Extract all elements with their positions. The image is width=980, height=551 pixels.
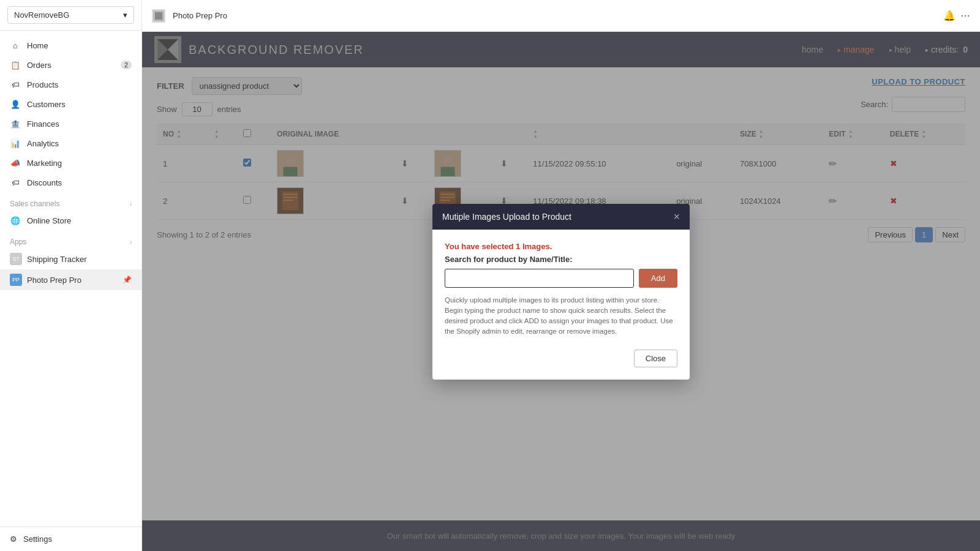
app-title: Photo Prep Pro	[173, 11, 227, 20]
chevron-right-icon: ›	[130, 201, 132, 208]
modal-add-button[interactable]: Add	[639, 269, 677, 288]
sidebar-item-label: Products	[27, 80, 58, 89]
sidebar-item-customers[interactable]: 👤 Customers	[0, 94, 141, 114]
svg-rect-2	[155, 12, 162, 20]
modal-search-row: Add	[445, 269, 677, 288]
store-name: NovRemoveBG	[14, 10, 69, 20]
sidebar-item-label: Home	[27, 41, 48, 50]
modal-body: You have selected 1 Images. Search for p…	[432, 230, 690, 380]
sidebar-item-finances[interactable]: 🏦 Finances	[0, 114, 141, 133]
app-logo-icon	[152, 9, 165, 23]
sidebar-item-photo-prep-pro[interactable]: PP Photo Prep Pro 📌	[0, 269, 141, 290]
sidebar-item-analytics[interactable]: 📊 Analytics	[0, 133, 141, 153]
settings-icon: ⚙	[10, 534, 17, 544]
modal-close-button[interactable]: Close	[634, 350, 677, 367]
settings-label: Settings	[23, 534, 52, 544]
store-icon: 🌐	[10, 215, 21, 226]
sidebar-item-orders[interactable]: 📋 Orders 2	[0, 55, 141, 75]
modal-product-search-input[interactable]	[445, 269, 634, 288]
app-top-bar: Photo Prep Pro 🔔 ⋯	[142, 0, 980, 32]
sidebar-nav: ⌂ Home 📋 Orders 2 🏷 Products 👤 Customers…	[0, 31, 141, 527]
sidebar-item-settings[interactable]: ⚙ Settings	[10, 534, 132, 544]
modal-search-label: Search for product by Name/Title:	[445, 255, 677, 264]
apps-section[interactable]: Apps ›	[0, 230, 141, 249]
sidebar: NovRemoveBG ▾ ⌂ Home 📋 Orders 2 🏷 Produc…	[0, 0, 142, 551]
home-icon: ⌂	[10, 40, 21, 51]
sidebar-item-label: Online Store	[27, 216, 71, 225]
sidebar-item-label: Customers	[27, 100, 66, 109]
sidebar-item-online-store[interactable]: 🌐 Online Store	[0, 211, 141, 230]
sales-channels-section[interactable]: Sales channels ›	[0, 192, 141, 211]
more-options-icon[interactable]: ⋯	[960, 10, 970, 21]
discounts-icon: 🏷	[10, 177, 21, 188]
sidebar-footer: ⚙ Settings	[0, 527, 141, 551]
modal-footer: Close	[445, 347, 677, 367]
chevron-right-icon: ›	[130, 239, 132, 246]
store-dropdown[interactable]: NovRemoveBG ▾	[7, 6, 134, 24]
section-label: Sales channels	[10, 200, 59, 208]
orders-icon: 📋	[10, 59, 21, 70]
customers-icon: 👤	[10, 99, 21, 110]
sidebar-item-label: Marketing	[27, 159, 62, 168]
sidebar-item-label: Shipping Tracker	[27, 255, 87, 264]
analytics-icon: 📊	[10, 138, 21, 149]
main-area: Photo Prep Pro 🔔 ⋯	[142, 0, 980, 551]
sidebar-item-products[interactable]: 🏷 Products	[0, 75, 141, 94]
chevron-down-icon: ▾	[123, 10, 127, 20]
photo-app-area: BACKGROUND REMOVER home ▸ manage ▸ help	[142, 32, 980, 551]
sidebar-item-marketing[interactable]: 📣 Marketing	[0, 153, 141, 173]
modal-overlay: Mutiple Images Upload to Product × You h…	[142, 32, 980, 551]
sidebar-item-shipping-tracker[interactable]: ST Shipping Tracker	[0, 249, 141, 269]
sidebar-item-home[interactable]: ⌂ Home	[0, 36, 141, 55]
pin-icon: 📌	[123, 276, 132, 284]
photo-prep-pro-icon: PP	[10, 274, 22, 286]
shipping-tracker-icon: ST	[10, 253, 22, 265]
browser-chrome: NovRemoveBG ▾ ⌂ Home 📋 Orders 2 🏷 Produc…	[0, 0, 980, 551]
products-icon: 🏷	[10, 79, 21, 90]
modal-selected-text: You have selected 1 Images.	[445, 242, 677, 251]
modal-helper-text: Quickly upload multiple images to its pr…	[445, 295, 677, 337]
upload-modal: Mutiple Images Upload to Product × You h…	[432, 204, 690, 380]
orders-badge: 2	[121, 61, 132, 69]
sidebar-item-discounts[interactable]: 🏷 Discounts	[0, 173, 141, 192]
bell-icon[interactable]: 🔔	[943, 10, 956, 21]
marketing-icon: 📣	[10, 157, 21, 168]
modal-close-x-button[interactable]: ×	[673, 211, 680, 222]
sidebar-item-label: Finances	[27, 119, 59, 129]
sidebar-item-label: Discounts	[27, 178, 62, 187]
sidebar-item-label: Orders	[27, 61, 51, 70]
store-selector[interactable]: NovRemoveBG ▾	[0, 0, 141, 31]
modal-header: Mutiple Images Upload to Product ×	[432, 204, 690, 230]
top-bar-right: 🔔 ⋯	[943, 10, 970, 21]
sidebar-item-label: Photo Prep Pro	[27, 276, 81, 285]
modal-title: Mutiple Images Upload to Product	[442, 212, 571, 222]
finances-icon: 🏦	[10, 118, 21, 129]
section-label: Apps	[10, 238, 26, 246]
sidebar-item-label: Analytics	[27, 139, 59, 148]
